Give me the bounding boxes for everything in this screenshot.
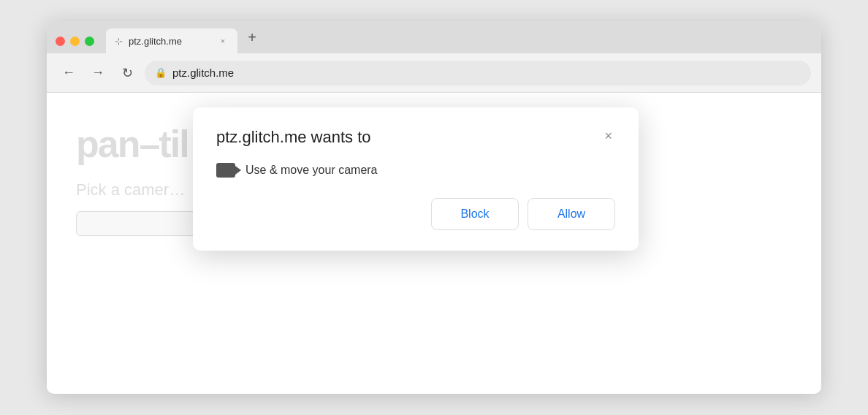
forward-button[interactable]: →: [86, 61, 110, 85]
permission-text: Use & move your camera: [245, 164, 378, 177]
page-content: pan–til Pick a camer… ptz.glitch.me want…: [47, 93, 821, 394]
new-tab-button[interactable]: +: [242, 27, 262, 47]
address-bar[interactable]: 🔒 ptz.glitch.me: [145, 61, 811, 85]
browser-window: ⊹ ptz.glitch.me × + ← → ↻ 🔒 ptz.glitch.m…: [47, 21, 821, 394]
reload-button[interactable]: ↻: [115, 61, 139, 85]
window-controls: [56, 37, 94, 46]
tab-move-icon: ⊹: [115, 36, 123, 47]
nav-bar: ← → ↻ 🔒 ptz.glitch.me: [47, 53, 821, 93]
dialog-permission-row: Use & move your camera: [216, 163, 615, 178]
url-text: ptz.glitch.me: [172, 66, 234, 79]
permission-dialog: ptz.glitch.me wants to × Use & move your…: [193, 107, 639, 251]
maximize-button[interactable]: [85, 37, 94, 46]
camera-icon: [216, 163, 235, 178]
lock-icon: 🔒: [155, 67, 167, 78]
allow-button[interactable]: Allow: [528, 198, 615, 230]
tab-bar: ⊹ ptz.glitch.me × +: [47, 21, 821, 53]
dialog-title: ptz.glitch.me wants to: [216, 128, 371, 147]
tab-close-button[interactable]: ×: [217, 35, 229, 47]
dialog-actions: Block Allow: [216, 198, 615, 230]
minimize-button[interactable]: [70, 37, 80, 46]
dialog-close-button[interactable]: ×: [601, 128, 615, 144]
back-button[interactable]: ←: [57, 61, 80, 85]
close-button[interactable]: [56, 37, 65, 46]
active-tab[interactable]: ⊹ ptz.glitch.me ×: [106, 28, 237, 53]
block-button[interactable]: Block: [431, 198, 519, 230]
dialog-header: ptz.glitch.me wants to ×: [216, 128, 615, 147]
tab-title: ptz.glitch.me: [129, 36, 211, 47]
